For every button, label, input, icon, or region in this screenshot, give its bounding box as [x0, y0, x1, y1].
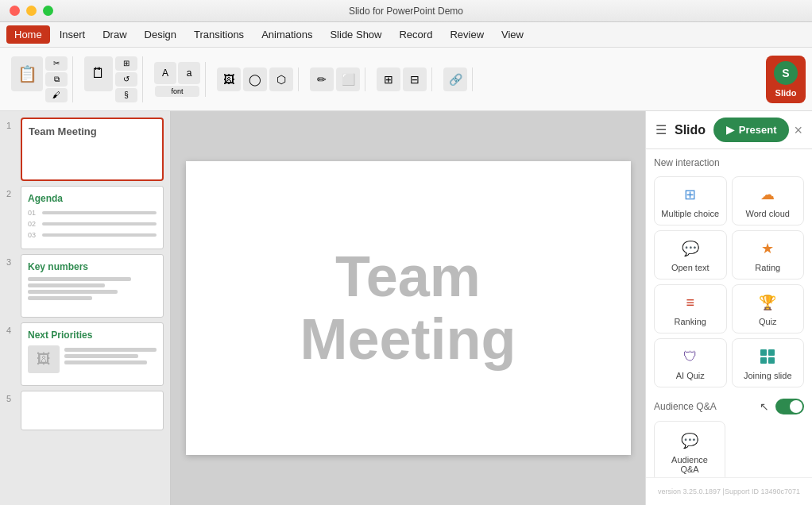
slide-num-4: 4 — [6, 322, 16, 335]
ribbon-eraser-btn[interactable]: ⬜ — [336, 67, 360, 91]
slide-thumbnail-4[interactable]: Next Priorities 🖼 — [21, 322, 164, 386]
menu-draw[interactable]: Draw — [95, 25, 134, 44]
ribbon-slido-button[interactable]: S Slido — [766, 56, 806, 103]
slide-thumbnail-5[interactable] — [21, 391, 164, 430]
audience-qa-toggle[interactable] — [775, 399, 804, 414]
ribbon-format-btn[interactable]: 🖌 — [45, 88, 68, 102]
interaction-word-cloud[interactable]: ☁ Word cloud — [732, 176, 805, 226]
slido-close-button[interactable]: × — [794, 123, 802, 137]
audience-qa-toggle-label: Audience Q&A — [654, 401, 717, 412]
ribbon-group-extra: 🔗 — [439, 67, 473, 91]
ribbon-copy-btn[interactable]: ⧉ — [45, 72, 68, 87]
menu-transitions[interactable]: Transitions — [186, 25, 252, 44]
menu-design[interactable]: Design — [137, 25, 184, 44]
ribbon: 📋 ✂ ⧉ 🖌 🗒 ⊞ ↺ § A a font — [0, 48, 812, 111]
menu-view[interactable]: View — [493, 25, 532, 44]
slide-thumb-3[interactable]: 3 Key numbers — [6, 254, 164, 318]
main-content: 1 Team Meeting 2 Agenda 01 02 — [0, 111, 812, 505]
ribbon-new-slide-btn[interactable]: 🗒 — [84, 56, 113, 91]
ribbon-layout-btn[interactable]: ⊞ — [115, 56, 137, 71]
canvas-area: Team Meeting — [171, 111, 645, 505]
close-button[interactable] — [10, 6, 20, 16]
slide-thumbnail-2[interactable]: Agenda 01 02 03 — [21, 186, 164, 249]
slide-num-1: 1 — [6, 118, 16, 130]
open-text-label: Open text — [671, 263, 710, 272]
interaction-ranking[interactable]: ≡ Ranking — [654, 284, 727, 333]
minimize-button[interactable] — [26, 6, 37, 16]
slido-header-left: ☰ Slido — [655, 122, 706, 137]
word-cloud-icon: ☁ — [756, 183, 779, 206]
slido-header: ☰ Slido ▶ Present × — [646, 111, 812, 149]
menu-home[interactable]: Home — [6, 25, 50, 44]
ribbon-group-layout: ⊞ ⊟ — [372, 67, 432, 91]
slide-thumb-2[interactable]: 2 Agenda 01 02 03 — [6, 186, 164, 249]
ribbon-font-btn1[interactable]: A — [154, 62, 176, 84]
version-text: version 3.25.0.1897 |Support ID 13490c70… — [651, 483, 807, 500]
ribbon-shape-btn[interactable]: ◯ — [243, 67, 267, 91]
ai-quiz-label: AI Quiz — [676, 371, 705, 380]
ribbon-paste-btn[interactable]: 📋 — [11, 56, 43, 91]
toggle-knob — [790, 400, 802, 413]
present-button[interactable]: ▶ Present — [713, 118, 790, 142]
audience-qa-row: Audience Q&A ↖ — [654, 399, 804, 414]
slido-avatar: S — [774, 61, 798, 85]
slide-thumb-1[interactable]: 1 Team Meeting — [6, 118, 164, 181]
title-bar: Slido for PowerPoint Demo — [0, 0, 812, 22]
slide-canvas: Team Meeting — [186, 161, 631, 455]
svg-rect-0 — [760, 349, 767, 356]
interaction-joining-slide[interactable]: Joining slide — [732, 338, 805, 387]
multiple-choice-label: Multiple choice — [661, 209, 719, 218]
quiz-label: Quiz — [759, 317, 777, 326]
menu-animations[interactable]: Animations — [253, 25, 320, 44]
window-controls[interactable] — [10, 6, 53, 16]
interaction-rating[interactable]: ★ Rating — [732, 230, 805, 279]
ribbon-font-btn3[interactable]: font — [155, 86, 199, 97]
ribbon-extra1-btn[interactable]: 🔗 — [443, 67, 467, 91]
interaction-open-text[interactable]: 💬 Open text — [654, 230, 727, 279]
interaction-multiple-choice[interactable]: ⊞ Multiple choice — [654, 176, 727, 226]
hamburger-menu-icon[interactable]: ☰ — [655, 122, 667, 137]
ribbon-section-btn[interactable]: § — [115, 88, 137, 102]
slido-header-right: ▶ Present × — [713, 118, 802, 142]
menu-insert[interactable]: Insert — [52, 25, 94, 44]
ribbon-smartart-btn[interactable]: ⬡ — [269, 67, 293, 91]
svg-rect-3 — [768, 357, 775, 364]
ribbon-reset-btn[interactable]: ↺ — [115, 72, 137, 87]
slide-4-image: 🖼 — [28, 345, 60, 373]
ribbon-layout1-btn[interactable]: ⊞ — [377, 67, 400, 91]
rating-label: Rating — [755, 263, 780, 272]
ribbon-layout2-btn[interactable]: ⊟ — [403, 67, 427, 91]
slide-thumb-4[interactable]: 4 Next Priorities 🖼 — [6, 322, 164, 386]
ribbon-img-btn[interactable]: 🖼 — [217, 67, 241, 91]
ribbon-group-font: A a font — [149, 62, 206, 97]
menu-record[interactable]: Record — [391, 25, 440, 44]
slido-panel: ☰ Slido ▶ Present × New interaction ⊞ — [645, 111, 812, 505]
ribbon-group-clipboard: 📋 ✂ ⧉ 🖌 — [6, 56, 73, 102]
open-text-icon: 💬 — [679, 237, 702, 260]
canvas-slide-title: Team Meeting — [300, 245, 516, 371]
ribbon-pencil-btn[interactable]: ✏ — [310, 67, 334, 91]
maximize-button[interactable] — [43, 6, 53, 16]
ranking-icon: ≡ — [679, 291, 702, 314]
ai-quiz-icon: 🛡 — [679, 345, 702, 368]
menu-review[interactable]: Review — [442, 25, 492, 44]
slide-thumbnail-3[interactable]: Key numbers — [21, 254, 164, 318]
ranking-label: Ranking — [675, 317, 706, 326]
audience-qa-card-label: Audience Q&A — [661, 455, 718, 474]
new-interaction-label: New interaction — [654, 157, 804, 168]
ribbon-group-slides: 🗒 ⊞ ↺ § — [79, 56, 143, 102]
slide-thumb-5[interactable]: 5 — [6, 391, 164, 430]
ribbon-cut-btn[interactable]: ✂ — [45, 56, 68, 71]
slide-2-title: Agenda — [28, 193, 157, 204]
menu-slideshow[interactable]: Slide Show — [322, 25, 389, 44]
interaction-ai-quiz[interactable]: 🛡 AI Quiz — [654, 338, 727, 387]
interaction-quiz[interactable]: 🏆 Quiz — [732, 284, 805, 333]
ribbon-group-drawing: ✏ ⬜ — [305, 67, 365, 91]
ribbon-font-btn2[interactable]: a — [178, 62, 200, 84]
audience-qa-card[interactable]: 💬 Audience Q&A — [654, 421, 725, 477]
slide-thumbnail-1[interactable]: Team Meeting — [21, 118, 164, 181]
window-title: Slido for PowerPoint Demo — [349, 6, 463, 17]
joining-slide-icon — [756, 345, 779, 368]
slide-1-title: Team Meeting — [29, 125, 156, 139]
slido-panel-title: Slido — [675, 123, 706, 137]
